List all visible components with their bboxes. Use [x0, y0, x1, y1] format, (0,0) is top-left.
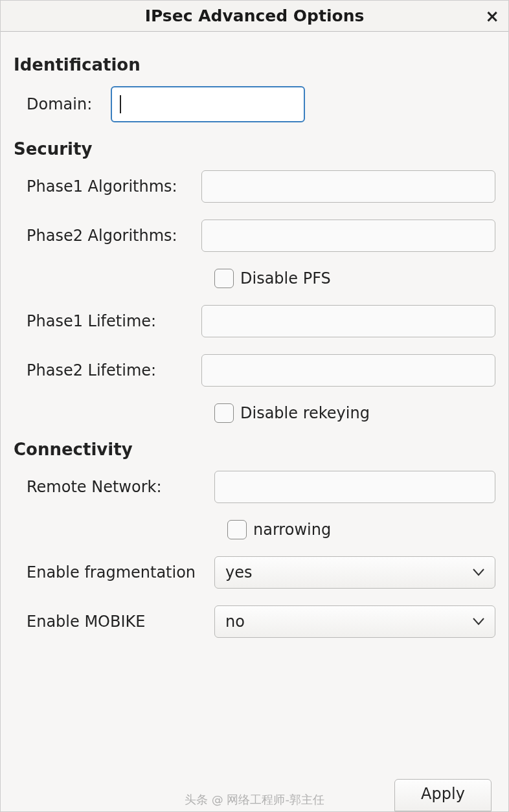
row-narrowing: narrowing: [14, 520, 495, 539]
phase2-algorithms-label: Phase2 Algorithms:: [14, 227, 201, 245]
titlebar: IPsec Advanced Options ×: [1, 1, 508, 32]
row-phase2-lifetime: Phase2 Lifetime:: [14, 354, 495, 387]
enable-mobike-label: Enable MOBIKE: [14, 613, 214, 631]
disable-pfs-label: Disable PFS: [240, 269, 331, 288]
section-security-heading: Security: [14, 139, 495, 159]
row-enable-mobike: Enable MOBIKE no: [14, 605, 495, 638]
row-phase2-algorithms: Phase2 Algorithms:: [14, 220, 495, 252]
section-connectivity-heading: Connectivity: [14, 440, 495, 459]
phase2-algorithms-input[interactable]: [201, 220, 495, 252]
ipsec-advanced-options-window: IPsec Advanced Options × Identification …: [0, 0, 509, 812]
chevron-down-icon: [473, 618, 484, 626]
disable-rekeying-checkbox[interactable]: [214, 403, 234, 423]
domain-input[interactable]: [111, 86, 305, 122]
enable-fragmentation-label: Enable fragmentation: [14, 563, 214, 581]
phase2-lifetime-input[interactable]: [201, 354, 495, 387]
close-icon[interactable]: ×: [485, 8, 499, 25]
chevron-down-icon: [473, 569, 484, 576]
domain-label: Domain:: [14, 95, 111, 113]
disable-pfs-checkbox[interactable]: [214, 269, 234, 288]
footer: Apply 头条 @ 网络工程师-郭主任: [1, 750, 508, 811]
content-area: Identification Domain: Security Phase1 A…: [1, 32, 508, 750]
phase1-algorithms-input[interactable]: [201, 170, 495, 203]
row-phase1-lifetime: Phase1 Lifetime:: [14, 305, 495, 337]
row-disable-pfs: Disable PFS: [14, 269, 495, 288]
enable-fragmentation-value: yes: [225, 563, 252, 581]
enable-fragmentation-select[interactable]: yes: [214, 556, 495, 589]
row-enable-fragmentation: Enable fragmentation yes: [14, 556, 495, 589]
enable-mobike-select[interactable]: no: [214, 605, 495, 638]
apply-button-label: Apply: [421, 785, 465, 803]
remote-network-input[interactable]: [214, 471, 495, 503]
narrowing-label: narrowing: [253, 521, 331, 539]
row-disable-rekeying: Disable rekeying: [14, 403, 495, 423]
apply-button[interactable]: Apply: [394, 779, 492, 811]
disable-rekeying-label: Disable rekeying: [240, 404, 370, 422]
row-phase1-algorithms: Phase1 Algorithms:: [14, 170, 495, 203]
phase1-lifetime-label: Phase1 Lifetime:: [14, 312, 201, 330]
window-title: IPsec Advanced Options: [145, 6, 365, 25]
section-identification-heading: Identification: [14, 55, 495, 74]
enable-mobike-value: no: [225, 613, 245, 631]
narrowing-checkbox[interactable]: [227, 520, 247, 539]
remote-network-label: Remote Network:: [14, 478, 214, 496]
phase2-lifetime-label: Phase2 Lifetime:: [14, 361, 201, 379]
phase1-lifetime-input[interactable]: [201, 305, 495, 337]
row-domain: Domain:: [14, 86, 495, 122]
row-remote-network: Remote Network:: [14, 471, 495, 503]
phase1-algorithms-label: Phase1 Algorithms:: [14, 177, 201, 196]
